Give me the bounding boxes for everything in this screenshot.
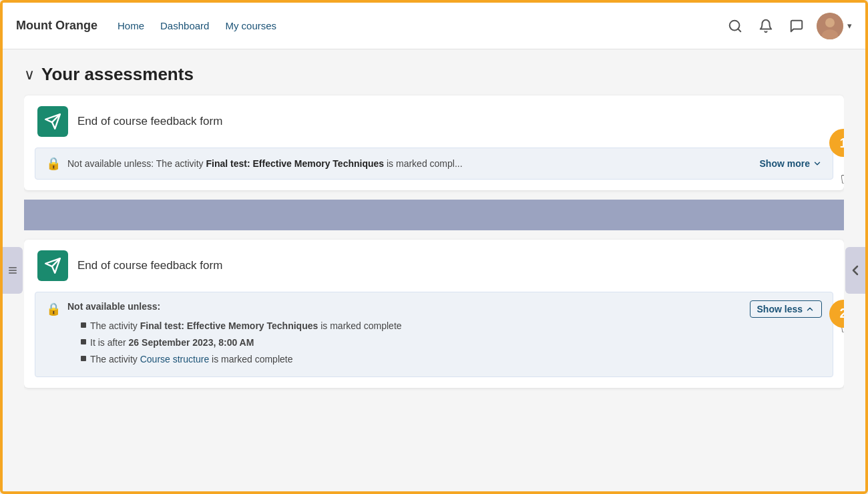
divider-band [24,200,844,230]
lock-icon-1: 🔒 [46,156,61,171]
svg-point-3 [825,18,835,27]
show-more-wrapper: Show more ☞ [754,158,822,169]
nav-links: Home Dashboard My courses [118,20,276,31]
card2-avail-header: Not available unless: [67,301,160,312]
condition-1: The activity Final test: Effective Memor… [81,318,750,334]
card2-wrapper: End of course feedback form 🔒 Not availa… [24,240,844,388]
card2-avail-header-row: 🔒 Not available unless: The activity Fin… [46,300,822,368]
card1-availability-row: 🔒 Not available unless: The activity Fin… [35,148,833,180]
condition-1-prefix: The activity [90,320,140,331]
avatar-image [817,13,843,39]
notification-bell-icon[interactable] [755,15,777,37]
section-title: Your assessments [41,64,194,85]
card2: End of course feedback form 🔒 Not availa… [24,240,844,388]
card2-conditions-list: The activity Final test: Effective Memor… [67,318,750,368]
card2-activity-icon [37,250,68,281]
brand-logo: Mount Orange [16,19,97,33]
card2-availability-row: 🔒 Not available unless: The activity Fin… [35,292,833,377]
show-less-button[interactable]: Show less [750,300,822,318]
nav-my-courses[interactable]: My courses [225,20,276,31]
card1-wrapper: End of course feedback form 🔒 Not availa… [24,95,844,190]
condition-3: The activity Course structure is marked … [81,351,750,368]
card1-header: End of course feedback form [24,95,844,148]
sidebar-toggle-left[interactable] [3,247,23,294]
card1-activity-icon [37,106,68,137]
course-structure-link[interactable]: Course structure [140,354,209,364]
card1: End of course feedback form 🔒 Not availa… [24,95,844,190]
card1-title: End of course feedback form [77,115,222,128]
condition-3-suffix: is marked complete [209,354,292,364]
page-area: ∨ Your assessments End of course feedbac… [24,49,844,491]
section-header: ∨ Your assessments [24,49,844,95]
nav-dashboard[interactable]: Dashboard [160,20,209,31]
condition-2-bold: 26 September 2023, 8:00 AM [129,337,254,348]
condition-2-text: It is after 26 September 2023, 8:00 AM [90,334,254,351]
user-avatar[interactable]: ▾ [817,13,852,39]
nav-home[interactable]: Home [118,20,144,31]
main-content: ∨ Your assessments End of course feedbac… [3,49,865,491]
condition-1-text: The activity Final test: Effective Memor… [90,318,402,334]
bullet-1 [81,322,86,328]
avatar-chevron-icon: ▾ [847,21,852,31]
bullet-2 [81,339,86,344]
condition-1-bold: Final test: Effective Memory Techniques [140,320,318,331]
show-more-button[interactable]: Show more [760,158,822,169]
card1-availability-text: Not available unless: The activity Final… [67,158,754,169]
condition-1-suffix: is marked complete [318,320,401,331]
lock-icon-2: 🔒 [46,302,61,316]
card1-avail-prefix: Not available unless: The activity [67,158,206,169]
card1-avail-end: is marked compl... [384,158,462,169]
card2-title: End of course feedback form [77,259,222,272]
sidebar-toggle-right[interactable] [845,247,865,294]
condition-3-prefix: The activity [90,354,140,364]
search-icon[interactable] [724,15,746,37]
chat-icon[interactable] [786,15,807,37]
condition-2-prefix: It is after [90,337,129,348]
card2-header: End of course feedback form [24,240,844,292]
svg-line-1 [738,29,740,31]
condition-2: It is after 26 September 2023, 8:00 AM [81,334,750,351]
navbar: Mount Orange Home Dashboard My courses [3,3,865,49]
card1-avail-bold: Final test: Effective Memory Techniques [206,158,385,169]
bullet-3 [81,356,86,361]
condition-3-text: The activity Course structure is marked … [90,351,292,368]
navbar-right: ▾ [724,13,852,39]
section-collapse-icon[interactable]: ∨ [24,66,35,83]
show-less-wrapper: Show less ☞ [750,300,822,318]
card2-avail-content: Not available unless: The activity Final… [67,300,750,368]
cursor-hand-1: ☞ [840,169,844,190]
